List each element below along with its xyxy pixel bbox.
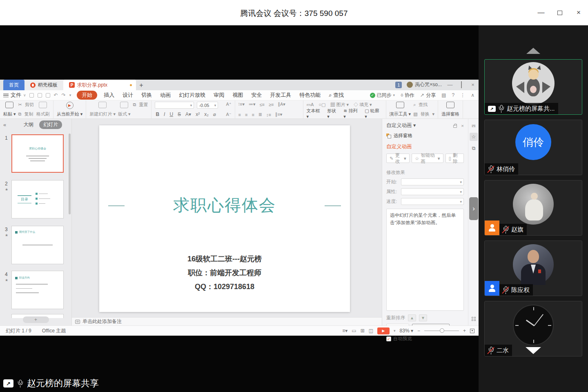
scroll-up-icon[interactable]	[526, 48, 540, 54]
slideshow-button[interactable]: ▶	[377, 327, 390, 334]
superscript-button[interactable]: x²	[195, 111, 200, 117]
text-direction-icon[interactable]: ∥A▾	[278, 102, 285, 107]
present-tools-button[interactable]: 演示工具 ▾	[390, 102, 411, 117]
arrange-button[interactable]: ≋ 排列 ▾	[343, 108, 361, 119]
qat-more-icon[interactable]: ▾	[69, 93, 71, 97]
move-up-button[interactable]: ▲	[408, 314, 416, 321]
doc-count-badge[interactable]: 1	[395, 82, 402, 88]
strikethrough-button[interactable]: S	[177, 111, 182, 117]
notes-panel-icon[interactable]: ▤	[441, 92, 446, 98]
outline-button[interactable]: ▢ 轮廓 ▾	[365, 108, 382, 119]
preview-icon[interactable]	[46, 93, 50, 98]
redo-icon[interactable]: ↷	[62, 92, 66, 98]
numbering-icon[interactable]: ≔▾	[249, 102, 256, 107]
wps-restore-icon[interactable]	[458, 82, 465, 88]
notes-toggle-icon[interactable]: ≡▾	[342, 328, 347, 334]
zoom-out-icon[interactable]: −	[417, 328, 420, 334]
line-spacing-icon[interactable]: ↕≡	[266, 112, 271, 117]
cut-button[interactable]: ✂ 剪切	[18, 102, 34, 108]
move-down-button[interactable]: ▼	[419, 314, 427, 321]
delete-button[interactable]: ▯ 删除	[445, 154, 464, 163]
underline-button[interactable]: U	[169, 111, 174, 117]
collab-button[interactable]: ߷ 协作	[401, 92, 414, 99]
normal-view-icon[interactable]: ▭	[352, 328, 356, 334]
menu-slideshow[interactable]: 幻灯片放映	[175, 91, 209, 99]
fill-button[interactable]: ◇ 填充 ▾	[354, 102, 372, 108]
pin-icon[interactable]	[453, 125, 457, 128]
change-button[interactable]: ✎ 更改 ▾	[386, 154, 410, 163]
menu-review[interactable]: 审阅	[209, 91, 228, 99]
increase-font-button[interactable]: A⁺	[226, 102, 231, 107]
menu-file[interactable]: 文件 ∨	[3, 91, 26, 99]
slide-thumb-2[interactable]: 目录	[11, 180, 64, 218]
font-name-combo[interactable]: ▾	[155, 102, 194, 109]
slide-thumb-1[interactable]: 求职心得体会	[11, 134, 64, 173]
align-right-icon[interactable]: ≡	[252, 112, 254, 117]
selection-pane-button[interactable]: 选择窗格	[441, 102, 459, 117]
tab-document[interactable]: P 求职分享.pptx	[63, 80, 136, 90]
slide-thumb-4[interactable]: 职业方向	[11, 271, 64, 309]
animation-pane-icon[interactable]: ☆	[470, 133, 478, 141]
collapse-ribbon-icon[interactable]: ∧	[471, 92, 474, 98]
tab-slides[interactable]: 幻灯片	[39, 120, 62, 129]
expand-pane-button[interactable]: ›	[469, 197, 478, 220]
help-icon[interactable]: ?	[452, 92, 455, 98]
wordart-icon[interactable]: ▭A	[307, 102, 314, 107]
indent-icon[interactable]: ≥≡	[269, 102, 274, 107]
participant-tile[interactable]: ↗ 赵元榜的屏幕共...	[484, 59, 582, 115]
close-icon[interactable]: ×	[575, 9, 582, 16]
slide-body[interactable]: 16级软工二班---赵元榜 职位：前端开发工程师 QQ：1029718618	[99, 252, 350, 294]
animation-list[interactable]: 选中幻灯片的某个元素，然后单击“添加效果”添加动画。	[386, 209, 464, 311]
slide-sorter-icon[interactable]: ⊞	[361, 328, 365, 334]
add-slide-button[interactable]: +	[23, 316, 49, 323]
notes-bar[interactable]: 单击此处添加备注	[72, 317, 382, 325]
bullets-icon[interactable]: ⁝≡▾	[238, 102, 245, 107]
fit-slide-icon[interactable]	[470, 329, 474, 333]
tab-outline[interactable]: 大纲	[23, 121, 33, 128]
outdent-icon[interactable]: ≤≡	[260, 102, 265, 107]
subscript-button[interactable]: x₂	[203, 111, 209, 117]
font-color-button[interactable]: A▾	[185, 111, 192, 117]
reading-view-icon[interactable]: ◫	[369, 328, 373, 334]
picture-button[interactable]: ▦ 图片 ▾	[330, 102, 349, 108]
menu-find[interactable]: ⌕ 查找	[325, 91, 348, 99]
menu-view[interactable]: 视图	[228, 91, 247, 99]
menu-design[interactable]: 设计	[118, 91, 137, 99]
decrease-font-button[interactable]: A⁻	[226, 112, 231, 117]
menu-start[interactable]: 开始	[77, 91, 97, 100]
select-pane-button[interactable]: 选择窗格	[386, 133, 464, 139]
wps-close-icon[interactable]: ×	[470, 82, 476, 88]
maximize-icon[interactable]	[556, 9, 564, 16]
collapse-panel-icon[interactable]: «	[3, 122, 6, 128]
app-grid-icon[interactable]	[470, 315, 478, 323]
participant-tile[interactable]: 陈应权	[484, 241, 582, 296]
menu-security[interactable]: 安全	[247, 91, 266, 99]
auto-preview-toggle[interactable]: ✓ 自动预览	[386, 336, 464, 342]
menu-features[interactable]: 特色功能	[295, 91, 325, 99]
menu-animation[interactable]: 动画	[156, 91, 175, 99]
find-button[interactable]: ⌕ 查找	[413, 102, 434, 108]
italic-button[interactable]: I	[163, 111, 166, 117]
account-widget[interactable]: 禹心咒×so...	[407, 81, 442, 88]
start-combo[interactable]: ▾	[401, 178, 464, 185]
paste-button[interactable]: 粘贴 ▾	[3, 102, 16, 117]
menu-devtools[interactable]: 开发工具	[266, 91, 295, 99]
slideshow-options-icon[interactable]: ▾	[394, 329, 396, 333]
speed-combo[interactable]: ▾	[401, 198, 464, 205]
scroll-down-icon[interactable]	[526, 347, 541, 354]
align-center-icon[interactable]: ≡	[245, 112, 247, 117]
sync-status[interactable]: ✓ 已同步 ▾	[370, 92, 395, 99]
smart-animation-button[interactable]: ☆ 智能动画 ▾	[412, 154, 443, 163]
menu-transition[interactable]: 切换	[137, 91, 156, 99]
zoom-knob[interactable]	[440, 328, 444, 333]
wps-minimize-icon[interactable]: —	[447, 82, 453, 88]
minimize-icon[interactable]: —	[537, 9, 545, 16]
format-painter-button[interactable]: 格式刷	[36, 102, 50, 117]
transition-pane-icon[interactable]: ⧉	[470, 144, 478, 152]
columns-icon[interactable]: ∥≡▾	[275, 112, 282, 117]
theme-name[interactable]: Office 主题	[42, 327, 66, 334]
zoom-slider[interactable]	[424, 330, 459, 331]
undo-icon[interactable]: ↶	[54, 92, 58, 98]
new-tab-button[interactable]: +	[136, 80, 147, 90]
justify-icon[interactable]: ≣	[258, 112, 262, 117]
